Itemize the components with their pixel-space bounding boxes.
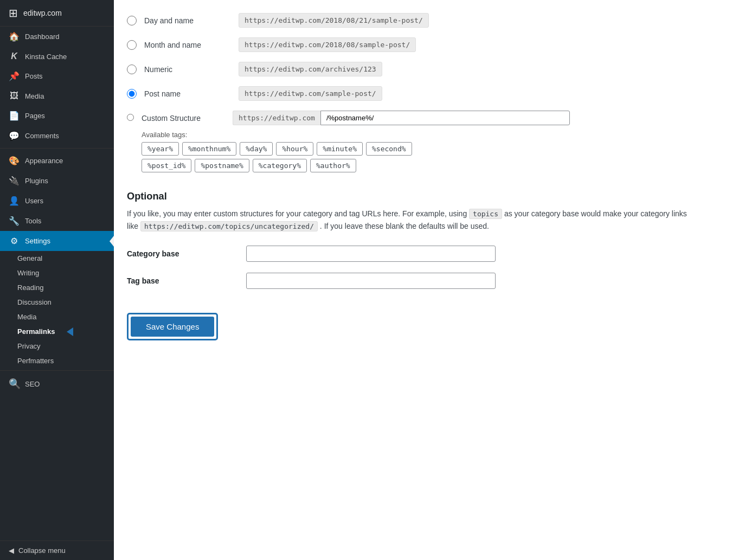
tags-row-1: %year% %monthnum% %day% %hour% %minute% … (142, 142, 570, 156)
sidebar-item-appearance[interactable]: 🎨 Appearance (0, 151, 114, 171)
sidebar-label-media: Media (25, 92, 44, 100)
sidebar-label-settings: Settings (25, 237, 50, 245)
tag-post-id[interactable]: %post_id% (142, 159, 191, 172)
sidebar-item-kinsta-cache[interactable]: K Kinsta Cache (0, 47, 114, 66)
url-day-name: https://editwp.com/2018/08/21/sample-pos… (239, 13, 429, 28)
nav-divider-1 (0, 148, 114, 149)
kinsta-icon: K (9, 52, 20, 61)
sidebar-item-dashboard[interactable]: 🏠 Dashboard (0, 27, 114, 47)
main-content: Day and name https://editwp.com/2018/08/… (114, 0, 745, 560)
sub-item-permalinks[interactable]: Permalinks (0, 324, 63, 339)
category-base-input[interactable] (246, 246, 496, 262)
collapse-label: Collapse menu (18, 546, 66, 555)
custom-structure-prefix: https://editwp.com (233, 111, 320, 125)
tag-monthnum[interactable]: %monthnum% (182, 142, 236, 156)
seo-icon: 🔍 (9, 378, 20, 390)
radio-post-name[interactable] (127, 89, 137, 99)
tag-hour[interactable]: %hour% (276, 142, 313, 156)
label-custom-structure: Custom Structure (142, 114, 228, 123)
users-icon: 👤 (9, 196, 20, 206)
topics-highlight: topics (469, 209, 502, 219)
tag-year[interactable]: %year% (142, 142, 179, 156)
category-base-row: Category base (127, 246, 732, 262)
sidebar-logo: ⊞ editwp.com (0, 0, 114, 27)
sidebar-item-users[interactable]: 👤 Users (0, 191, 114, 211)
radio-day-name[interactable] (127, 16, 137, 25)
sidebar-label-appearance: Appearance (25, 157, 63, 165)
sub-item-writing[interactable]: Writing (0, 266, 114, 280)
sidebar-label-comments: Comments (25, 132, 59, 140)
site-name: editwp.com (23, 9, 62, 17)
tag-day[interactable]: %day% (240, 142, 273, 156)
tag-category[interactable]: %category% (253, 159, 307, 172)
tag-second[interactable]: %second% (366, 142, 412, 156)
sidebar-item-tools[interactable]: 🔧 Tools (0, 211, 114, 231)
label-post-name: Post name (144, 89, 231, 98)
appearance-icon: 🎨 (9, 156, 20, 166)
sidebar-label-tools: Tools (25, 217, 41, 225)
label-month-name: Month and name (144, 41, 231, 49)
sidebar-label-users: Users (25, 197, 43, 205)
tag-base-input[interactable] (246, 273, 496, 289)
sidebar-label-plugins: Plugins (25, 177, 48, 185)
sub-item-media[interactable]: Media (0, 310, 114, 324)
tag-author[interactable]: %author% (310, 159, 356, 172)
optional-desc-url: https://editwp.com/topics/uncategorized/ (140, 221, 318, 231)
label-day-name: Day and name (144, 16, 231, 25)
tag-postname[interactable]: %postname% (195, 159, 249, 172)
sub-item-reading[interactable]: Reading (0, 280, 114, 295)
permalinks-arrow-icon (67, 327, 73, 336)
pages-icon: 📄 (9, 111, 20, 121)
permalink-option-month-name: Month and name https://editwp.com/2018/0… (127, 37, 732, 52)
save-changes-wrapper: Save Changes (127, 313, 218, 340)
available-tags-label: Available tags: (142, 131, 570, 139)
sidebar-item-comments[interactable]: 💬 Comments (0, 126, 114, 146)
tag-base-label: Tag base (127, 276, 235, 285)
sidebar-label-kinsta: Kinsta Cache (25, 53, 67, 61)
sidebar: ⊞ editwp.com 🏠 Dashboard K Kinsta Cache … (0, 0, 114, 560)
sidebar-item-posts[interactable]: 📌 Posts (0, 66, 114, 86)
sidebar-bottom: ◀ Collapse menu (0, 540, 114, 560)
plugins-icon: 🔌 (9, 176, 20, 186)
category-base-label: Category base (127, 249, 235, 258)
custom-structure-input[interactable] (320, 111, 570, 125)
permalink-option-post-name: Post name https://editwp.com/sample-post… (127, 86, 732, 101)
comments-icon: 💬 (9, 131, 20, 141)
url-post-name: https://editwp.com/sample-post/ (239, 86, 382, 101)
settings-icon: ⚙ (9, 236, 20, 246)
sub-item-privacy[interactable]: Privacy (0, 339, 114, 353)
dashboard-icon: 🏠 (9, 31, 20, 42)
nav-divider-2 (0, 370, 114, 371)
label-numeric: Numeric (144, 65, 231, 74)
url-numeric: https://editwp.com/archives/123 (239, 62, 382, 76)
permalink-option-day-name: Day and name https://editwp.com/2018/08/… (127, 13, 732, 28)
content-area: Day and name https://editwp.com/2018/08/… (114, 0, 745, 560)
collapse-icon: ◀ (9, 546, 14, 555)
optional-description: If you like, you may enter custom struct… (127, 208, 696, 233)
sidebar-item-plugins[interactable]: 🔌 Plugins (0, 171, 114, 191)
radio-numeric[interactable] (127, 65, 137, 74)
custom-structure-row: Custom Structure https://editwp.com Avai… (127, 111, 732, 176)
sub-item-permalinks-row: Permalinks (0, 324, 114, 339)
tag-minute[interactable]: %minute% (317, 142, 363, 156)
sidebar-item-settings[interactable]: ⚙ Settings (0, 231, 114, 251)
custom-structure-content: Custom Structure https://editwp.com Avai… (142, 111, 570, 176)
radio-custom-structure[interactable] (127, 114, 134, 121)
collapse-menu-button[interactable]: ◀ Collapse menu (0, 541, 114, 560)
sub-item-perfmatters[interactable]: Perfmatters (0, 353, 114, 368)
settings-submenu: General Writing Reading Discussion Media… (0, 251, 114, 368)
save-changes-button[interactable]: Save Changes (131, 317, 214, 337)
sub-item-discussion[interactable]: Discussion (0, 295, 114, 310)
sidebar-item-media[interactable]: 🖼 Media (0, 86, 114, 106)
sidebar-label-pages: Pages (25, 112, 45, 120)
sidebar-item-seo[interactable]: 🔍 SEO (0, 373, 114, 395)
optional-desc-part3: . If you leave these blank the defaults … (318, 222, 489, 230)
optional-section-title: Optional (127, 191, 732, 202)
wordpress-logo-icon: ⊞ (9, 7, 18, 20)
sidebar-label-seo: SEO (25, 380, 40, 388)
sidebar-item-pages[interactable]: 📄 Pages (0, 106, 114, 126)
sub-item-general[interactable]: General (0, 251, 114, 266)
optional-desc-part1: If you like, you may enter custom struct… (127, 209, 469, 218)
permalink-option-numeric: Numeric https://editwp.com/archives/123 (127, 62, 732, 76)
radio-month-name[interactable] (127, 40, 137, 50)
